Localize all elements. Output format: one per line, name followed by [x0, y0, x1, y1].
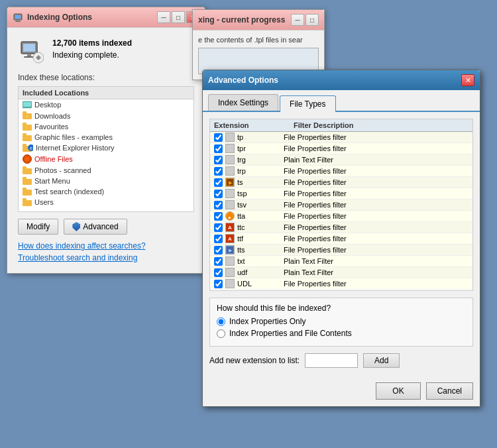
- table-row: ▶ tta File Properties filter: [210, 211, 472, 222]
- file-icon: [225, 144, 235, 153]
- svg-text:▶: ▶: [229, 215, 231, 219]
- row-checkbox[interactable]: [214, 201, 223, 209]
- file-icon: [225, 256, 235, 266]
- row-extension: tts: [237, 246, 284, 254]
- dialog-body: Extension Filter Description tp File Pro…: [203, 112, 480, 382]
- shield-icon: [72, 222, 80, 231]
- progress-text1: e the contents of .tpl files in sear: [198, 36, 319, 44]
- minimize-button[interactable]: ─: [157, 11, 170, 23]
- list-item[interactable]: Graphic files - examples: [19, 132, 193, 142]
- row-checkbox[interactable]: [214, 156, 223, 164]
- list-item[interactable]: Offline Files: [19, 153, 193, 165]
- offline-icon: [23, 154, 32, 164]
- row-checkbox[interactable]: [214, 280, 223, 288]
- list-item[interactable]: Start Menu: [19, 176, 193, 186]
- add-ext-label: Add new extension to list:: [209, 356, 300, 365]
- file-icon: [225, 133, 235, 142]
- indexing-affects-link[interactable]: How does indexing affect searches?: [18, 241, 194, 251]
- add-button[interactable]: Add: [363, 353, 400, 368]
- row-extension: tp: [237, 133, 284, 141]
- location-name: Test search (indexed): [34, 188, 104, 196]
- svg-rect-25: [23, 179, 32, 185]
- progress-maximize[interactable]: □: [305, 14, 319, 26]
- row-checkbox[interactable]: [214, 178, 223, 187]
- table-row: tpr File Properties filter: [210, 143, 472, 154]
- table-header: Extension Filter Description: [210, 119, 472, 132]
- items-count: 12,700 items indexed: [52, 38, 194, 48]
- svg-rect-20: [23, 144, 27, 146]
- row-checkbox[interactable]: [214, 268, 223, 277]
- troubleshoot-link[interactable]: Troubleshoot search and indexing: [18, 253, 194, 262]
- row-extension: ttc: [237, 223, 284, 231]
- list-item[interactable]: Test search (indexed): [19, 186, 193, 197]
- indexing-window-title: Indexing Options: [27, 13, 157, 22]
- row-checkbox[interactable]: [214, 257, 223, 266]
- file-icon: [225, 279, 235, 288]
- file-icon-a: A: [225, 234, 235, 243]
- list-item[interactable]: e Internet Explorer History: [19, 142, 193, 153]
- dialog-close-button[interactable]: ✕: [461, 74, 474, 86]
- location-name: Downloads: [34, 112, 70, 120]
- row-checkbox[interactable]: [214, 246, 223, 254]
- modify-button[interactable]: Modify: [18, 219, 58, 235]
- svg-rect-3: [15, 21, 21, 22]
- file-types-table[interactable]: Extension Filter Description tp File Pro…: [209, 119, 473, 291]
- svg-rect-18: [23, 133, 27, 136]
- row-checkbox[interactable]: [214, 190, 223, 198]
- progress-title: xing - current progress: [198, 15, 291, 25]
- indexing-window-content: 12,700 items indexed Indexing complete. …: [7, 28, 205, 273]
- list-item[interactable]: Photos - scanned: [19, 165, 193, 176]
- tab-file-types[interactable]: File Types: [280, 95, 335, 112]
- svg-rect-16: [23, 123, 27, 125]
- radio-properties-contents[interactable]: Index Properties and File Contents: [217, 329, 466, 338]
- add-extension-section: Add new extension to list: Add: [209, 353, 473, 368]
- row-extension: ttf: [237, 235, 284, 243]
- list-item[interactable]: ↓ Downloads: [19, 110, 193, 121]
- svg-rect-10: [23, 102, 31, 107]
- radio-properties-only-input[interactable]: [217, 317, 225, 326]
- svg-rect-2: [16, 20, 20, 21]
- progress-minimize[interactable]: ─: [291, 14, 304, 26]
- row-checkbox[interactable]: [214, 212, 223, 221]
- svg-rect-27: [23, 190, 32, 196]
- row-extension: ts: [237, 178, 284, 186]
- file-icon: [225, 155, 235, 164]
- window-footer: Modify Advanced: [18, 219, 194, 235]
- dialog-titlebar: Advanced Options ✕: [203, 70, 480, 90]
- list-item[interactable]: Favourites: [19, 121, 193, 132]
- radio-properties-contents-label: Index Properties and File Contents: [229, 329, 352, 338]
- maximize-button[interactable]: □: [172, 11, 185, 23]
- svg-rect-24: [23, 166, 27, 169]
- links-section: How does indexing affect searches? Troub…: [18, 241, 194, 262]
- row-checkbox[interactable]: [214, 144, 223, 153]
- location-name: Internet Explorer History: [36, 144, 115, 152]
- list-item[interactable]: Desktop: [19, 99, 193, 110]
- advanced-options-dialog: Advanced Options ✕ Index Settings File T…: [202, 70, 480, 407]
- list-item[interactable]: Users: [19, 197, 193, 207]
- cancel-button[interactable]: Cancel: [426, 382, 473, 400]
- locations-label: Index these locations:: [18, 73, 194, 82]
- svg-rect-11: [26, 107, 28, 108]
- svg-text:↓: ↓: [26, 113, 28, 118]
- row-checkbox[interactable]: [214, 133, 223, 142]
- filter-header: Filter Description: [294, 121, 469, 129]
- row-description: File Properties filter: [284, 212, 469, 220]
- ok-button[interactable]: OK: [376, 382, 420, 400]
- indexing-status: Indexing complete.: [52, 50, 194, 60]
- advanced-button[interactable]: Advanced: [64, 219, 127, 235]
- row-checkbox[interactable]: [214, 235, 223, 243]
- row-description: File Properties filter: [284, 246, 469, 254]
- tabs-bar: Index Settings File Types: [203, 90, 480, 112]
- tab-index-settings[interactable]: Index Settings: [208, 94, 278, 111]
- radio-properties-only[interactable]: Index Properties Only: [217, 317, 466, 326]
- row-checkbox[interactable]: [214, 167, 223, 176]
- row-extension: UDL: [237, 280, 284, 288]
- indexing-titlebar: Indexing Options ─ □ ✕: [7, 7, 205, 28]
- add-ext-input[interactable]: [305, 353, 358, 368]
- row-checkbox[interactable]: [214, 223, 223, 232]
- svg-rect-6: [27, 54, 31, 56]
- radio-properties-contents-input[interactable]: [217, 329, 225, 338]
- svg-rect-28: [23, 188, 27, 190]
- indexing-options-title: How should this file be indexed?: [217, 304, 466, 313]
- table-row: UDL File Properties filter: [210, 278, 472, 290]
